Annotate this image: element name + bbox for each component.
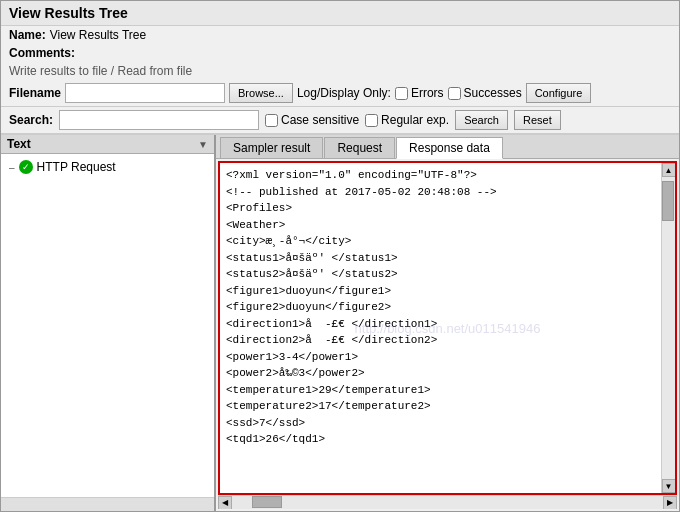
case-sensitive-checkbox[interactable] xyxy=(265,114,278,127)
right-panel: Sampler result Request Response data <?x… xyxy=(216,135,679,511)
tab-sampler-result-label: Sampler result xyxy=(233,141,310,155)
successes-checkbox-item: Successes xyxy=(448,86,522,100)
tree-status-icon: ✓ xyxy=(19,160,33,174)
vertical-scrollbar[interactable]: ▲ ▼ xyxy=(661,163,675,493)
horizontal-scrollbar[interactable]: ◀ ▶ xyxy=(218,495,677,509)
search-row: Search: Case sensitive Regular exp. Sear… xyxy=(1,107,679,134)
tab-sampler-result[interactable]: Sampler result xyxy=(220,137,323,158)
title-bar: View Results Tree xyxy=(1,1,679,26)
scroll-h-thumb[interactable] xyxy=(252,496,282,508)
sort-icon: ▼ xyxy=(198,139,208,150)
left-panel-header: Text ▼ xyxy=(1,135,214,154)
filename-row: Filename Browse... Log/Display Only: Err… xyxy=(1,80,679,107)
case-sensitive-item: Case sensitive xyxy=(265,113,359,127)
search-button[interactable]: Search xyxy=(455,110,508,130)
filename-label: Filename xyxy=(9,86,61,100)
search-input[interactable] xyxy=(59,110,259,130)
name-label: Name: xyxy=(9,28,46,42)
main-window: View Results Tree Name: View Results Tre… xyxy=(0,0,680,512)
tab-request-label: Request xyxy=(337,141,382,155)
tab-response-data[interactable]: Response data xyxy=(396,137,503,159)
log-display-label: Log/Display Only: xyxy=(297,86,391,100)
scroll-h-track[interactable] xyxy=(232,496,663,509)
tab-response-data-label: Response data xyxy=(409,141,490,155)
browse-button[interactable]: Browse... xyxy=(229,83,293,103)
regular-exp-label: Regular exp. xyxy=(381,113,449,127)
scroll-left-btn[interactable]: ◀ xyxy=(218,496,232,510)
regular-exp-item: Regular exp. xyxy=(365,113,449,127)
scroll-down-btn[interactable]: ▼ xyxy=(662,479,676,493)
left-bottom-scrollbar xyxy=(1,497,214,511)
tree-item-label: HTTP Request xyxy=(37,160,116,174)
comments-label: Comments: xyxy=(9,46,75,60)
tabs-row: Sampler result Request Response data xyxy=(216,135,679,159)
scroll-up-btn[interactable]: ▲ xyxy=(662,163,676,177)
scroll-thumb[interactable] xyxy=(662,181,674,221)
errors-checkbox-item: Errors xyxy=(395,86,444,100)
left-header-text: Text xyxy=(7,137,31,151)
name-value: View Results Tree xyxy=(50,28,147,42)
file-section-header: Write results to file / Read from file xyxy=(1,62,679,80)
successes-checkbox[interactable] xyxy=(448,87,461,100)
tree-content[interactable]: – ✓ HTTP Request xyxy=(1,154,214,497)
scroll-right-btn[interactable]: ▶ xyxy=(663,496,677,510)
case-sensitive-label: Case sensitive xyxy=(281,113,359,127)
successes-label: Successes xyxy=(464,86,522,100)
window-title: View Results Tree xyxy=(9,5,128,21)
left-panel: Text ▼ – ✓ HTTP Request xyxy=(1,135,216,511)
regular-exp-checkbox[interactable] xyxy=(365,114,378,127)
name-row: Name: View Results Tree xyxy=(1,26,679,44)
errors-checkbox[interactable] xyxy=(395,87,408,100)
filename-input[interactable] xyxy=(65,83,225,103)
search-label: Search: xyxy=(9,113,53,127)
reset-button[interactable]: Reset xyxy=(514,110,561,130)
scroll-track[interactable] xyxy=(662,177,675,479)
tree-expand-icon: – xyxy=(9,162,15,173)
configure-button[interactable]: Configure xyxy=(526,83,592,103)
comments-row: Comments: xyxy=(1,44,679,62)
tree-item-http-request[interactable]: – ✓ HTTP Request xyxy=(1,158,214,176)
main-area: Text ▼ – ✓ HTTP Request Sampler result R… xyxy=(1,134,679,511)
tab-request[interactable]: Request xyxy=(324,137,395,158)
xml-content-area[interactable]: <?xml version="1.0" encoding="UTF-8"?> <… xyxy=(220,163,661,493)
errors-label: Errors xyxy=(411,86,444,100)
